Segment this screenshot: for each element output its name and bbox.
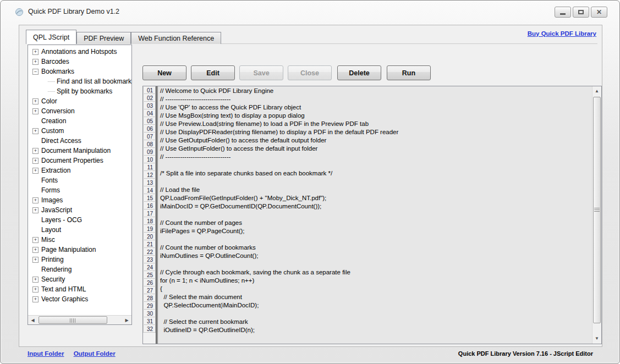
function-tree[interactable]: +Annotations and Hotspots+Barcodes−Bookm… [28,47,131,315]
tree-horizontal-scrollbar[interactable]: ◀ ▶ [28,315,131,324]
edit-button[interactable]: Edit [191,65,235,80]
tree-item-extraction[interactable]: +Extraction [28,166,131,175]
line-number: 24 [143,263,156,271]
expand-plus-icon[interactable]: + [32,108,39,114]
tree-item-images[interactable]: +Images [28,195,131,205]
code-line: for (n = 1; n < iNumOutlines; n++) [160,277,592,285]
version-status-text: Quick PDF Library Version 7.16 - JScript… [458,350,593,357]
tree-item-label: Images [41,195,63,205]
editor-vertical-scrollbar[interactable]: ▲ ▼ [592,86,601,344]
expand-plus-icon[interactable]: + [32,148,39,154]
expand-plus-icon[interactable]: + [32,197,39,203]
line-number: 19 [143,224,156,233]
code-line: { [160,285,592,293]
expand-plus-icon[interactable]: + [32,59,39,65]
code-line: iMainDocID = QP.GetDocumentID(QP.Documen… [160,202,592,211]
expand-plus-icon[interactable]: + [32,49,39,55]
line-number: 14 [143,186,156,194]
expand-plus-icon[interactable]: + [32,168,39,174]
expand-plus-icon[interactable]: + [32,296,39,302]
tree-item-layers-ocg[interactable]: Layers - OCG [28,215,131,225]
window-title: Quick PDF Library Demo v1.2 [28,8,119,15]
expand-plus-icon[interactable]: + [32,257,39,263]
maximize-button[interactable] [573,7,589,18]
collapse-minus-icon[interactable]: − [32,69,39,75]
expand-plus-icon[interactable]: + [32,128,39,134]
tree-item-misc[interactable]: +Misc [28,235,131,245]
tree-item-bookmarks[interactable]: −Bookmarks [28,67,131,76]
output-folder-link[interactable]: Output Folder [74,350,116,357]
tree-item-printing[interactable]: +Printing [28,255,131,264]
tree-item-label: Layers - OCG [41,215,82,225]
input-folder-link[interactable]: Input Folder [28,350,64,357]
scroll-up-icon[interactable]: ▲ [592,86,601,96]
expand-plus-icon[interactable]: + [32,237,39,243]
line-number: 12 [143,170,156,179]
tab-web-function-reference[interactable]: Web Function Reference [131,32,221,44]
code-line: QP.LoadFromFile(GetInputFolder() + "Moby… [160,194,592,202]
tree-item-barcodes[interactable]: +Barcodes [28,57,131,67]
line-number: 30 [143,309,156,317]
tree-item-conversion[interactable]: +Conversion [28,106,131,116]
tree-item-split-by-bookmarks[interactable]: Split by bookmarks [28,86,131,96]
new-button[interactable]: New [142,65,186,80]
tree-scroll-thumb[interactable] [39,316,107,324]
expand-plus-icon[interactable]: + [32,98,39,104]
code-area[interactable]: // Welcome to Quick PDF Library Engine//… [158,86,592,344]
line-number: 31 [143,317,156,325]
minimize-button[interactable] [555,7,571,18]
tree-item-text-and-html[interactable]: +Text and HTML [28,284,131,294]
titlebar[interactable]: Quick PDF Library Demo v1.2 ✕ [1,1,619,21]
expand-plus-icon[interactable]: + [32,286,39,293]
line-number: 03 [143,101,156,109]
tree-item-page-manipulation[interactable]: +Page Manipulation [28,245,131,255]
line-number: 28 [143,294,156,302]
tree-item-document-properties[interactable]: +Document Properties [28,156,131,166]
run-button[interactable]: Run [387,65,431,80]
expand-plus-icon[interactable]: + [32,207,39,213]
tree-item-javascript[interactable]: +JavaScript [28,205,131,215]
scroll-right-icon[interactable]: ▶ [122,316,131,324]
tree-item-vector-graphics[interactable]: +Vector Graphics [28,294,131,304]
expand-plus-icon[interactable]: + [32,277,39,283]
tree-item-fonts[interactable]: Fonts [28,175,131,185]
tree-item-label: Creation [41,116,66,126]
close-button[interactable]: ✕ [591,7,607,18]
line-number: 06 [143,124,156,133]
tree-item-rendering[interactable]: Rendering [28,264,131,274]
code-line [160,235,592,244]
tab-qpl-jscript[interactable]: QPL JScript [26,30,76,44]
tree-item-direct-access[interactable]: Direct Access [28,136,131,146]
code-line: // Count the number of bookmarks [160,244,592,252]
tab-bar: QPL JScriptPDF PreviewWeb Function Refer… [26,30,221,44]
buy-quick-pdf-library-link[interactable]: Buy Quick PDF Library [528,30,596,37]
footer-bar: Input Folder Output Folder Quick PDF Lib… [28,350,596,360]
tree-item-label: Barcodes [41,57,69,67]
scroll-left-icon[interactable]: ◀ [28,316,37,324]
code-line: // Use 'QP' to access the Quick PDF Libr… [160,103,592,112]
line-number-gutter: 0102030405060708091011121314151617181920… [143,86,156,344]
tree-item-custom[interactable]: +Custom [28,126,131,136]
tree-item-forms[interactable]: Forms [28,185,131,195]
window-controls: ✕ [555,7,607,18]
scroll-down-icon[interactable]: ▼ [592,334,601,343]
tree-item-creation[interactable]: Creation [28,116,131,126]
close-button[interactable]: Close [288,65,332,80]
tree-item-security[interactable]: +Security [28,274,131,284]
delete-button[interactable]: Delete [337,65,381,80]
tree-item-annotations-and-hotspots[interactable]: +Annotations and Hotspots [28,47,131,57]
tree-item-document-manipulation[interactable]: +Document Manipulation [28,146,131,156]
tree-item-color[interactable]: +Color [28,96,131,106]
app-window: Quick PDF Library Demo v1.2 ✕ Buy Quick … [0,0,620,364]
expand-plus-icon[interactable]: + [32,247,39,253]
code-line: iNumOutlines = QP.OutlineCount(); [160,252,592,260]
tree-item-label: Misc [41,235,55,245]
editor-scroll-thumb[interactable] [593,97,601,323]
tree-item-find-and-list-all-bookmark[interactable]: Find and list all bookmark [28,76,131,86]
expand-plus-icon[interactable]: + [32,158,39,164]
tab-pdf-preview[interactable]: PDF Preview [76,32,131,44]
code-line: // Use MsgBox(string text) to display a … [160,112,592,120]
tree-item-layout[interactable]: Layout [28,225,131,235]
code-line: // ------------------------------- [160,95,592,103]
save-button[interactable]: Save [239,65,283,80]
